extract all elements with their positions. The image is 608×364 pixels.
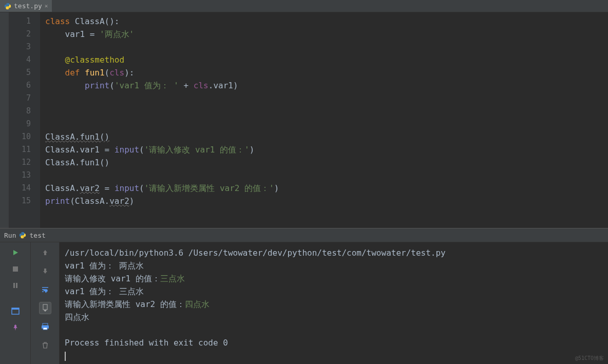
- trash-button[interactable]: [39, 339, 51, 351]
- editor-container: 123456789101112131415 class ClassA(): va…: [0, 12, 608, 228]
- python-icon: [19, 232, 26, 239]
- line-number: 15: [9, 195, 40, 207]
- run-toolbar-left: [0, 242, 31, 364]
- run-config-name: test: [29, 232, 45, 239]
- code-line[interactable]: ClassA.fun1(): [45, 130, 608, 143]
- code-line[interactable]: class ClassA():: [45, 15, 608, 28]
- console-line: 四点水: [65, 311, 603, 323]
- stop-button[interactable]: [9, 263, 22, 275]
- down-button[interactable]: [39, 265, 51, 277]
- file-tab[interactable]: test.py ✕: [0, 0, 52, 12]
- line-number: 11: [9, 143, 40, 156]
- cursor: [65, 352, 66, 361]
- up-button[interactable]: [39, 246, 51, 259]
- svg-rect-0: [13, 266, 18, 272]
- tab-bar: test.py ✕: [0, 0, 608, 12]
- code-area[interactable]: class ClassA(): var1 = '两点水' @classmetho…: [40, 12, 608, 228]
- line-number: 8: [9, 105, 40, 118]
- line-number: 4: [9, 53, 40, 66]
- code-line[interactable]: print('var1 值为： ' + cls.var1): [45, 79, 608, 92]
- line-number: 14: [9, 182, 40, 195]
- line-number: 7: [9, 92, 40, 105]
- scroll-to-end-button[interactable]: [39, 302, 51, 314]
- pin-button[interactable]: [9, 321, 22, 334]
- console-line: var1 值为： 三点水: [65, 285, 603, 298]
- line-number: 10: [9, 130, 40, 143]
- code-line[interactable]: @classmethod: [45, 53, 608, 66]
- run-panel-header: Run test: [0, 228, 608, 242]
- code-line[interactable]: ClassA.fun1(): [45, 156, 608, 169]
- code-line[interactable]: [45, 169, 608, 182]
- console-line: 请输入新增类属性 var2 的值：四点水: [65, 298, 603, 311]
- code-line[interactable]: [45, 118, 608, 130]
- line-number: 13: [9, 169, 40, 182]
- watermark: @51CTO博客: [575, 355, 604, 362]
- code-line[interactable]: [45, 41, 608, 53]
- code-line[interactable]: [45, 92, 608, 105]
- code-line[interactable]: print(ClassA.var2): [45, 195, 608, 207]
- line-number: 1: [9, 15, 40, 28]
- line-number: 2: [9, 28, 40, 41]
- gutter: 123456789101112131415: [9, 12, 40, 228]
- console-output[interactable]: /usr/local/bin/python3.6 /Users/twowater…: [60, 242, 608, 364]
- run-label: Run: [4, 232, 16, 239]
- code-line[interactable]: [45, 105, 608, 118]
- code-line[interactable]: var1 = '两点水': [45, 28, 608, 41]
- console-line: var1 值为： 两点水: [65, 259, 603, 272]
- line-number: 12: [9, 156, 40, 169]
- console-line: [65, 323, 603, 336]
- console-line: Process finished with exit code 0: [65, 336, 603, 349]
- python-icon: [4, 3, 11, 10]
- svg-rect-5: [43, 304, 47, 310]
- line-number: 3: [9, 41, 40, 53]
- tab-filename: test.py: [14, 2, 42, 10]
- code-line[interactable]: def fun1(cls):: [45, 66, 608, 79]
- console-line: 请输入修改 var1 的值：三点水: [65, 272, 603, 285]
- close-icon[interactable]: ✕: [45, 3, 48, 9]
- svg-rect-1: [13, 283, 15, 288]
- code-line[interactable]: ClassA.var1 = input('请输入修改 var1 的值：'): [45, 143, 608, 156]
- line-number: 9: [9, 118, 40, 130]
- code-line[interactable]: ClassA.var2 = input('请输入新增类属性 var2 的值：'): [45, 182, 608, 195]
- layout-button[interactable]: [9, 305, 22, 317]
- console-line: /usr/local/bin/python3.6 /Users/twowater…: [65, 246, 603, 259]
- svg-rect-6: [43, 323, 48, 325]
- svg-rect-2: [16, 283, 17, 288]
- run-toolbar-secondary: [31, 242, 60, 364]
- run-panel: /usr/local/bin/python3.6 /Users/twowater…: [0, 242, 608, 364]
- print-button[interactable]: [39, 320, 51, 333]
- svg-rect-4: [12, 308, 19, 310]
- left-tool-sidebar: [0, 12, 9, 228]
- svg-rect-8: [43, 328, 47, 330]
- line-number: 5: [9, 66, 40, 79]
- line-number: 6: [9, 79, 40, 92]
- wrap-button[interactable]: [39, 283, 51, 296]
- pause-button[interactable]: [9, 279, 22, 292]
- rerun-button[interactable]: [9, 246, 22, 259]
